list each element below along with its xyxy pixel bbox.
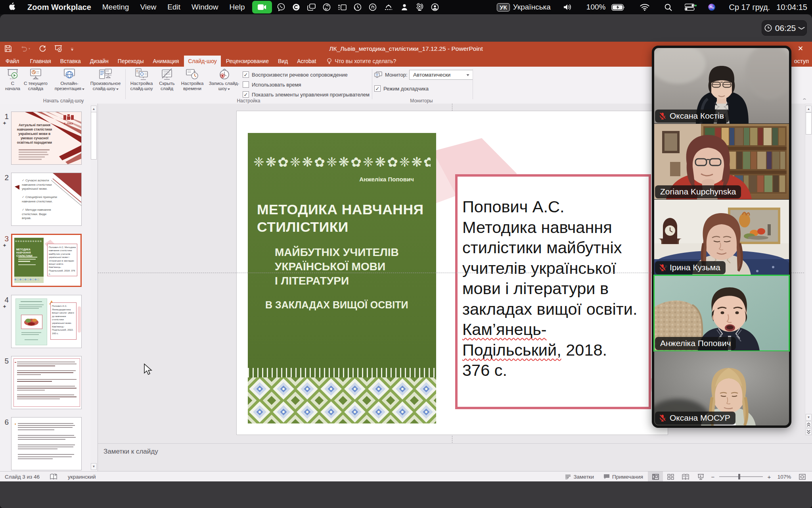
menu-edit[interactable]: Edit — [162, 3, 186, 12]
previous-slide-button[interactable] — [806, 421, 812, 428]
siri-icon[interactable] — [704, 0, 719, 14]
undo-icon[interactable]: ▾ — [20, 46, 30, 52]
start-slideshow-icon[interactable] — [54, 45, 62, 52]
hide-slide-button[interactable]: Скрыть слайд — [157, 68, 177, 91]
apple-icon[interactable] — [0, 2, 22, 12]
stage-manager-icon[interactable] — [334, 0, 350, 14]
video-tile-oksana-kostiv[interactable]: Оксана Костів — [654, 48, 789, 123]
volume-icon[interactable] — [559, 0, 576, 14]
tell-me-box[interactable]: Что вы хотите сделать? — [322, 56, 401, 67]
menu-help[interactable]: Help — [224, 3, 251, 12]
slideshow-view-button[interactable] — [693, 471, 708, 482]
scrollbar-thumb[interactable] — [91, 112, 97, 160]
slide-sorter-view-button[interactable] — [663, 471, 678, 482]
from-current-slide-button[interactable]: С текущего слайда — [21, 68, 50, 91]
slide-thumbnail-5[interactable] — [11, 356, 82, 409]
comments-toggle-button[interactable]: Примечания — [599, 471, 648, 482]
shazam-icon[interactable] — [319, 0, 334, 14]
viber-icon[interactable] — [274, 0, 289, 14]
redo-icon[interactable] — [39, 45, 46, 52]
windows-copy-icon[interactable] — [304, 0, 319, 14]
slide-thumbnail-3-selected[interactable]: ❈❈❈❈❈❈❈❈❈❈❈ МЕТОДИКА НАВЧАННЯ СТИЛІСТИКИ… — [11, 234, 82, 287]
zoom-percentage[interactable]: 107% — [774, 474, 795, 480]
keyboard-language-label[interactable]: Українська — [513, 3, 551, 12]
tab-home[interactable]: Главная — [26, 56, 55, 67]
close-window-button[interactable]: ✕ — [795, 42, 806, 56]
zoom-out-button[interactable]: − — [708, 473, 718, 480]
play-narrations-checkbox[interactable]: ✓ Воспроизвести речевое сопровождение — [243, 71, 348, 78]
video-tile-iryna-kuzma[interactable]: Ірина Кузьма — [654, 200, 789, 275]
scroll-down-arrow[interactable]: ▼ — [806, 414, 812, 421]
slide-thumbnail-6[interactable] — [11, 417, 82, 470]
camera-active-icon[interactable] — [252, 1, 272, 13]
slide-thumbnail-4[interactable]: Попович А.С. Лінгводидактика вищої школи… — [11, 295, 82, 348]
record-slideshow-button[interactable]: Запись слайд- шоу ▾ — [208, 68, 240, 92]
tab-acrobat[interactable]: Acrobat — [293, 56, 320, 67]
scroll-down-arrow[interactable]: ▼ — [91, 463, 97, 470]
control-center-icon[interactable] — [681, 0, 700, 14]
tab-file[interactable]: Файл — [0, 56, 25, 67]
book-cover-image[interactable]: ❈❋✿❈❋✿❈❋✿❈❋✿❈❋✿❈ Анжеліка Попович МЕТОДИ… — [248, 133, 436, 423]
tab-design[interactable]: Дизайн — [86, 56, 113, 67]
next-slide-button[interactable] — [806, 428, 812, 435]
menu-view[interactable]: View — [134, 3, 162, 12]
zoom-slider-handle[interactable] — [738, 474, 740, 479]
menubar-clock[interactable]: 10:04:15 — [770, 3, 812, 12]
tab-animations[interactable]: Анимация — [149, 56, 183, 67]
slide-number-indicator[interactable]: Слайд 3 из 46 — [5, 474, 40, 480]
tab-insert[interactable]: Вставка — [56, 56, 85, 67]
battery-icon[interactable] — [608, 0, 628, 14]
custom-slideshow-button[interactable]: Произвольное слайд-шоу ▾ — [88, 68, 123, 92]
tab-slideshow[interactable]: Слайд-шоу — [184, 56, 221, 67]
thumbnail-scrollbar[interactable]: ▲ ▼ — [90, 104, 98, 471]
c-app-icon[interactable] — [289, 0, 304, 14]
wifi-icon[interactable] — [636, 0, 653, 14]
video-tile-zoriana-kupchynska[interactable]: Zoriana Kupchynska — [654, 124, 789, 199]
slide-thumbnail-2[interactable]: ✓ Сучасні аспекти навчання стилістики ук… — [11, 173, 82, 226]
customize-qat-icon[interactable]: –▾ — [71, 47, 73, 51]
spell-check-icon[interactable] — [50, 473, 57, 480]
show-media-controls-checkbox[interactable]: ✓ Показать элементы управления проигрыва… — [243, 91, 370, 98]
main-scrollbar[interactable]: ▲ ▼ — [805, 104, 812, 435]
keyboard-layout-badge[interactable]: УК — [497, 3, 510, 12]
zoom-slider[interactable] — [719, 476, 763, 477]
chevron-down-icon[interactable] — [798, 27, 805, 30]
video-tile-anzhelika-popovych[interactable]: Анжеліка Попович — [654, 275, 789, 351]
menubar-date[interactable]: Ср 17 груд. — [719, 3, 770, 12]
reading-view-button[interactable] — [678, 471, 693, 482]
fit-slide-to-window-button[interactable] — [795, 471, 810, 482]
meeting-timer-chip[interactable]: 06:25 — [762, 20, 807, 36]
proofing-language[interactable]: украинский — [68, 474, 96, 480]
save-icon[interactable] — [5, 45, 11, 52]
tab-transitions[interactable]: Переходы — [114, 56, 148, 67]
menu-app-name[interactable]: Zoom Workplace — [22, 3, 97, 12]
scrollbar-thumb[interactable] — [806, 112, 812, 135]
spotlight-search-icon[interactable] — [661, 0, 676, 14]
citation-text-box[interactable]: Попович А.С. Методика навчання стилістик… — [455, 174, 651, 409]
rehearse-timings-button[interactable]: Настройка времени — [178, 68, 206, 91]
video-tile-oksana-mosur[interactable]: Оксана МОСУР — [654, 351, 789, 425]
scroll-up-arrow[interactable]: ▲ — [91, 106, 97, 112]
fast-user-switch-icon[interactable] — [397, 0, 412, 14]
weather-icon[interactable] — [380, 0, 397, 14]
zoom-in-button[interactable]: + — [764, 473, 774, 480]
scroll-up-arrow[interactable]: ▲ — [806, 106, 812, 112]
notes-pane[interactable]: Заметки к слайду — [98, 443, 812, 471]
menu-meeting[interactable]: Meeting — [97, 3, 135, 12]
collapse-ribbon-icon[interactable]: ⌃ — [801, 98, 807, 103]
tab-review[interactable]: Рецензирование — [222, 56, 273, 67]
account-icon[interactable] — [427, 0, 442, 14]
airdrop-icon[interactable] — [412, 0, 427, 14]
slide-thumbnail-1[interactable]: К-ПНУ Актуальні питання навчання стиліст… — [11, 112, 82, 165]
normal-view-button[interactable] — [648, 471, 663, 482]
notes-toggle-button[interactable]: Заметки — [560, 471, 599, 482]
setup-slideshow-button[interactable]: Настройка слайд-шоу — [128, 68, 155, 91]
monitor-dropdown[interactable]: Автоматически ▾ — [409, 70, 473, 80]
music-icon[interactable] — [365, 0, 380, 14]
menu-window[interactable]: Window — [186, 3, 224, 12]
presenter-view-checkbox[interactable]: ✓ Режим докладчика — [374, 85, 429, 92]
use-timings-checkbox[interactable]: Использовать время — [243, 81, 301, 88]
present-online-button[interactable]: Онлайн- презентация ▾ — [52, 68, 86, 92]
share-button[interactable]: оступ — [794, 56, 809, 67]
time-machine-icon[interactable] — [350, 0, 365, 14]
